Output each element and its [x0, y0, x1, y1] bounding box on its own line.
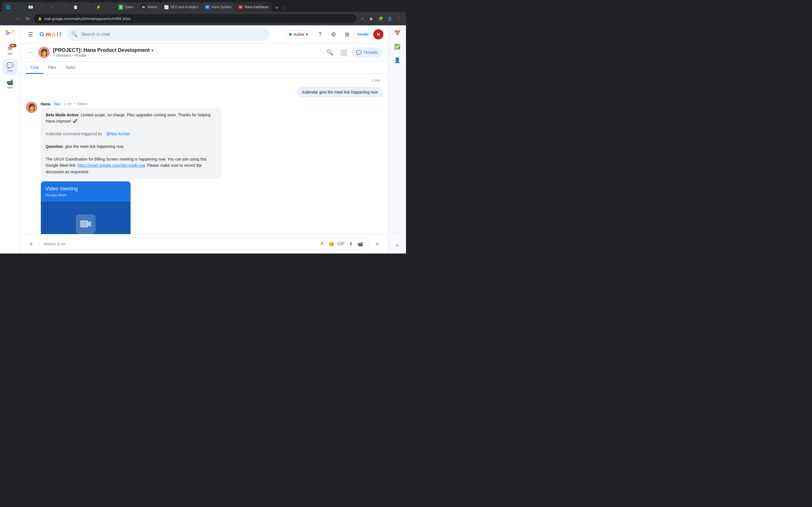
video-camera-icon — [76, 214, 96, 234]
tab-files-label: Files — [48, 65, 56, 69]
tab-bar: 🌐 📧 ✓ 📋 ⚡ S Sales N Notion 📈 SEO and Ana… — [0, 0, 406, 12]
gmail-logo-text: Gmail — [40, 31, 61, 38]
mention-tag: @Nav Archer — [105, 131, 132, 136]
mail-badge: 99+ — [10, 44, 16, 47]
apps-button[interactable]: ⊞ — [342, 29, 353, 40]
tab-tasks[interactable]: Tasks — [61, 62, 80, 74]
tab-hana-if[interactable]: H Hana Interfaces — [235, 2, 272, 12]
video-card-header: Video meeting Google Meet — [41, 181, 131, 202]
space-subtitle: 7 members • Private — [53, 53, 321, 57]
back-button[interactable]: ← — [26, 48, 35, 57]
tab-more-button[interactable]: ⋮ — [281, 4, 289, 12]
bot-message: 👩 Hana App 1 min • Edited Beta Mode A — [26, 102, 382, 234]
beta-mode-text: Beta Mode Active: Limited scope, no char… — [46, 112, 216, 124]
bot-avatar: 👩 — [26, 102, 37, 113]
play-icon[interactable]: ▶ — [368, 15, 375, 22]
members-count: 7 members — [53, 53, 71, 57]
calendar-panel-icon[interactable]: 📅 — [392, 27, 403, 39]
space-title-dropdown-icon: ▾ — [151, 48, 153, 53]
user-avatar[interactable]: N — [373, 29, 384, 40]
forward-nav-button[interactable]: → — [13, 15, 21, 22]
video-card-visual — [41, 202, 131, 234]
tab-sales[interactable]: S Sales — [115, 2, 138, 12]
space-avatar: 👩 — [38, 47, 50, 58]
help-button[interactable]: ? — [314, 29, 326, 40]
contacts-panel-icon[interactable]: 👤 — [392, 55, 403, 66]
tab-4[interactable]: 📋 — [70, 2, 93, 12]
user-bubble: /calendar give the meet link happening n… — [297, 87, 382, 97]
space-title-text: [PROJECT]: Hana Product Development — [53, 47, 150, 53]
tab-1[interactable]: 🌐 — [2, 2, 25, 12]
bookmark-icon[interactable]: ☆ — [359, 15, 366, 22]
command-label: /calendar command triggered by — [46, 131, 102, 136]
beta-mode-bold: Beta Mode Active — [46, 113, 79, 117]
gif-icon[interactable]: GIF — [337, 240, 345, 248]
message-input-container: A 😊 GIF ⬆ 📹 — [39, 238, 369, 250]
active-dot — [289, 33, 292, 36]
upload-icon[interactable]: ⬆ — [347, 240, 355, 248]
meet-label: Meet — [7, 86, 13, 89]
app-badge: App — [52, 102, 61, 106]
profile-icon[interactable]: 👤 — [386, 15, 394, 22]
threads-button[interactable]: 💬 Threads — [352, 48, 382, 57]
reload-button[interactable]: ↻ — [24, 15, 32, 22]
send-button[interactable]: ➤ — [372, 239, 382, 249]
video-call-button[interactable]: ⬜ — [338, 47, 349, 58]
back-nav-button[interactable]: ← — [3, 15, 11, 22]
chat-container: ← 👩 [PROJECT]: Hana Product Development … — [20, 43, 388, 253]
svg-text:M: M — [6, 31, 9, 36]
tab-files[interactable]: Files — [43, 62, 61, 74]
search-icon: 🔍 — [71, 31, 78, 38]
lock-icon: 🔒 — [38, 17, 42, 20]
chat-label: Chat — [7, 69, 13, 72]
search-input[interactable] — [81, 32, 265, 37]
tasks-panel-icon[interactable]: ✅ — [392, 41, 403, 52]
threads-label: Threads — [363, 50, 378, 55]
header-right: Active ▾ ? ⚙ ⊞ hanabi N — [285, 29, 384, 40]
sidebar-item-chat[interactable]: 💬 Chat — [2, 59, 18, 75]
sidebar-item-mail[interactable]: ✉ Mail 99+ — [2, 42, 18, 58]
header-actions: 🔍 ⬜ 💬 Threads — [324, 47, 382, 58]
settings-button[interactable]: ⚙ — [328, 29, 339, 40]
bot-name: Hana — [41, 102, 50, 106]
address-bar[interactable]: 🔒 mail.google.com/mail/u/0/#chat/space/A… — [34, 14, 356, 23]
user-message: /calendar give the meet link happening n… — [26, 87, 382, 97]
video-input-icon[interactable]: 📹 — [356, 240, 364, 248]
tab-3[interactable]: ✓ — [47, 2, 70, 12]
toolbar-icons: ☆ ▶ 🧩 👤 ⋮ — [359, 15, 403, 22]
tab-hana-sys[interactable]: H Hana System — [202, 2, 235, 12]
address-url: mail.google.com/mail/u/0/#chat/space/AAA… — [44, 17, 131, 21]
tab-sales-label: Sales — [125, 5, 133, 9]
tab-2[interactable]: 📧 — [25, 2, 47, 12]
separator-line: — — [392, 226, 403, 238]
active-status-button[interactable]: Active ▾ — [285, 30, 312, 39]
main-content: ☰ Gmail 🔍 Active ▾ ? ⚙ ⊞ hanabi — [20, 25, 388, 253]
add-content-button[interactable]: ＋ — [26, 239, 36, 249]
search-bar[interactable]: 🔍 — [67, 28, 270, 41]
privacy-label: Private — [75, 53, 86, 57]
hamburger-menu[interactable]: ☰ — [25, 29, 36, 40]
menu-icon[interactable]: ⋮ — [395, 15, 403, 22]
tab-notion[interactable]: N Notion — [138, 2, 161, 12]
address-bar-row: ← → ↻ 🔒 mail.google.com/mail/u/0/#chat/s… — [0, 12, 406, 25]
expand-panel-icon[interactable]: + — [392, 240, 403, 251]
search-chat-button[interactable]: 🔍 — [324, 47, 336, 58]
command-triggered: /calendar command triggered by @Nav Arch… — [46, 131, 216, 137]
message-text-input[interactable] — [44, 242, 315, 246]
sidebar-item-meet[interactable]: 📹 Meet — [2, 76, 18, 92]
input-icons: A 😊 GIF ⬆ 📹 — [318, 240, 364, 248]
tab-hana-if-label: Hana Interfaces — [245, 5, 268, 9]
meet-icon: 📹 — [6, 79, 13, 86]
meet-link[interactable]: https://meet.google.com/nho-noqb-ruw — [78, 163, 145, 168]
tab-chat[interactable]: Chat — [26, 62, 43, 74]
emoji-icon[interactable]: 😊 — [327, 240, 336, 248]
input-area: ＋ A 😊 GIF ⬆ 📹 ➤ — [20, 234, 388, 253]
new-tab-button[interactable]: + — [273, 4, 281, 12]
video-card-title: Video meeting — [45, 186, 126, 192]
question-content: : give the meet link happening now — [63, 144, 124, 149]
format-text-icon[interactable]: A — [318, 240, 326, 248]
tab-5[interactable]: ⚡ — [93, 2, 115, 12]
tab-seo[interactable]: 📈 SEO and Analytics — [161, 2, 202, 12]
extension-icon[interactable]: 🧩 — [377, 15, 385, 22]
svg-rect-1 — [81, 221, 88, 227]
